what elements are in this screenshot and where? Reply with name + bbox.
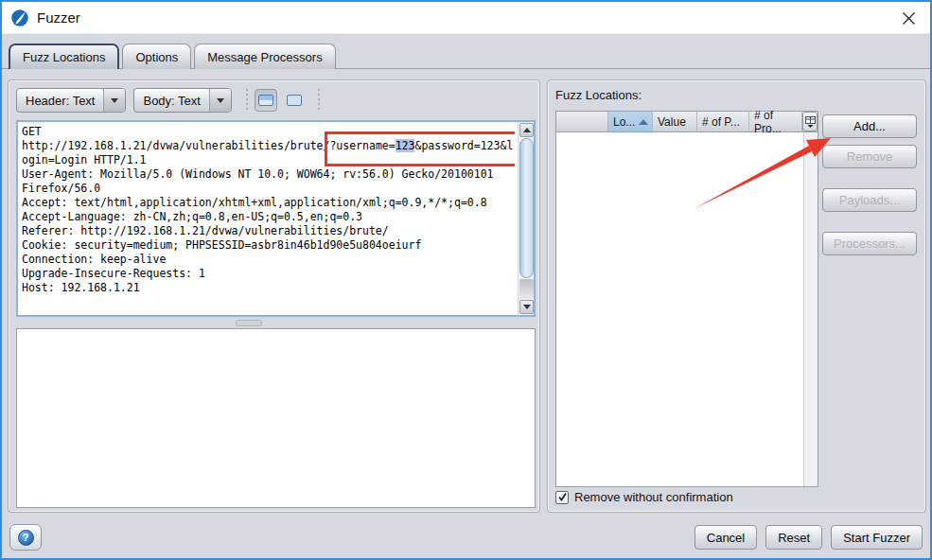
- request-line: User-Agent: Mozilla/5.0 (Windows NT 10.0…: [22, 167, 515, 182]
- zap-logo-icon: [10, 9, 29, 27]
- column-header-processors[interactable]: # of Pro...: [749, 112, 802, 131]
- sort-ascending-icon: [639, 119, 648, 125]
- fuzz-locations-title: Fuzz Locations:: [555, 88, 642, 102]
- tab-label: Fuzz Locations: [23, 50, 105, 64]
- red-highlight-box: ?username=123&password=123&l: [329, 139, 513, 152]
- close-icon[interactable]: [894, 5, 923, 31]
- chevron-down-icon[interactable]: [209, 89, 231, 112]
- table-scrollbar-track: [803, 132, 818, 486]
- payloads-button[interactable]: Payloads...: [822, 188, 917, 212]
- column-label: Lo...: [613, 115, 635, 129]
- tab-bar: Fuzz Locations Options Message Processor…: [9, 44, 336, 69]
- request-line: Accept: text/html,application/xhtml+xml,…: [22, 196, 515, 210]
- request-line: Accept-Language: zh-CN,zh;q=0.8,en-US;q=…: [22, 210, 515, 224]
- body-view-select[interactable]: Body: Text: [133, 88, 231, 113]
- footer-buttons: Cancel Reset Start Fuzzer: [695, 525, 923, 550]
- message-view-toolbar: Header: Text Body: Text: [16, 87, 326, 114]
- table-header-row: Lo... Value # of P... # of Pro...: [556, 112, 818, 132]
- chevron-down-icon[interactable]: [103, 89, 125, 112]
- cancel-button[interactable]: Cancel: [695, 525, 757, 550]
- scroll-up-icon[interactable]: [519, 123, 534, 137]
- message-panel: Header: Text Body: Text GEThttp://192.16…: [8, 79, 540, 513]
- request-line: Host: 192.168.1.21: [22, 281, 515, 295]
- tab-label: Message Processors: [207, 50, 322, 64]
- single-view-icon[interactable]: [283, 89, 306, 112]
- checkmark-icon: [557, 492, 568, 502]
- split-divider-handle[interactable]: [236, 320, 262, 326]
- http-request-text[interactable]: GEThttp://192.168.1.21/dvwa/vulnerabilit…: [22, 125, 515, 313]
- remove-button[interactable]: Remove: [822, 145, 917, 168]
- header-view-select[interactable]: Header: Text: [16, 88, 126, 113]
- request-line: Cookie: security=medium; PHPSESSID=asbr8…: [22, 238, 515, 253]
- request-line: Connection: keep-alive: [22, 253, 515, 267]
- fuzz-locations-table[interactable]: Lo... Value # of P... # of Pro...: [555, 111, 818, 487]
- fuzz-param-prefix: ?username=: [329, 139, 395, 152]
- fuzz-param-suffix: &password=123&l: [414, 139, 513, 152]
- column-header-payloads[interactable]: # of P...: [697, 112, 749, 131]
- reset-button[interactable]: Reset: [765, 525, 822, 550]
- help-icon: ?: [18, 530, 34, 546]
- request-editor[interactable]: GEThttp://192.168.1.21/dvwa/vulnerabilit…: [16, 120, 536, 317]
- fuzz-locations-panel: Fuzz Locations: Lo... Value # of P... # …: [547, 79, 926, 513]
- help-button[interactable]: ?: [9, 524, 42, 551]
- split-view-icon[interactable]: [255, 89, 277, 112]
- scrollbar-thumb[interactable]: [519, 138, 534, 278]
- remove-confirmation-label[interactable]: Remove without confirmation: [574, 490, 733, 504]
- request-line: Firefox/56.0: [22, 182, 515, 196]
- add-button[interactable]: Add...: [822, 114, 917, 138]
- column-header-value[interactable]: Value: [653, 112, 697, 131]
- tab-label: Options: [135, 50, 178, 64]
- fuzzer-dialog: Fuzzer Fuzz Locations Options Message Pr…: [0, 0, 932, 560]
- toolbar-separator: [246, 89, 248, 112]
- request-scrollbar[interactable]: [518, 122, 534, 315]
- remove-confirmation-checkbox[interactable]: [555, 491, 569, 504]
- request-line: http://192.168.1.21/dvwa/vulnerabilities…: [22, 139, 515, 153]
- header-view-value: Header: Text: [17, 89, 103, 112]
- body-view-area[interactable]: [16, 328, 536, 508]
- processors-button[interactable]: Processors...: [822, 232, 917, 255]
- column-header-blank[interactable]: [556, 112, 608, 131]
- request-line: GET: [22, 125, 515, 139]
- window-title: Fuzzer: [37, 9, 80, 26]
- request-url: http://192.168.1.21/dvwa/vulnerabilities…: [22, 139, 329, 152]
- request-line: Upgrade-Insecure-Requests: 1: [22, 267, 515, 281]
- start-fuzzer-button[interactable]: Start Fuzzer: [831, 525, 923, 550]
- tab-fuzz-locations[interactable]: Fuzz Locations: [9, 44, 119, 69]
- title-bar: Fuzzer: [2, 2, 930, 34]
- remove-confirmation-row: Remove without confirmation: [555, 490, 733, 504]
- column-settings-icon[interactable]: [802, 112, 818, 131]
- request-line: Referer: http://192.168.1.21/dvwa/vulner…: [22, 224, 515, 238]
- selected-fuzz-value: 123: [396, 139, 415, 152]
- scroll-down-icon[interactable]: [519, 300, 534, 314]
- scrollbar-track-shade: [519, 279, 534, 299]
- request-line: ogin=Login HTTP/1.1: [22, 153, 515, 167]
- tab-options[interactable]: Options: [122, 44, 191, 69]
- toolbar-separator: [318, 89, 320, 112]
- tab-message-processors[interactable]: Message Processors: [194, 44, 335, 69]
- body-view-value: Body: Text: [134, 89, 208, 112]
- column-header-location[interactable]: Lo...: [608, 112, 653, 131]
